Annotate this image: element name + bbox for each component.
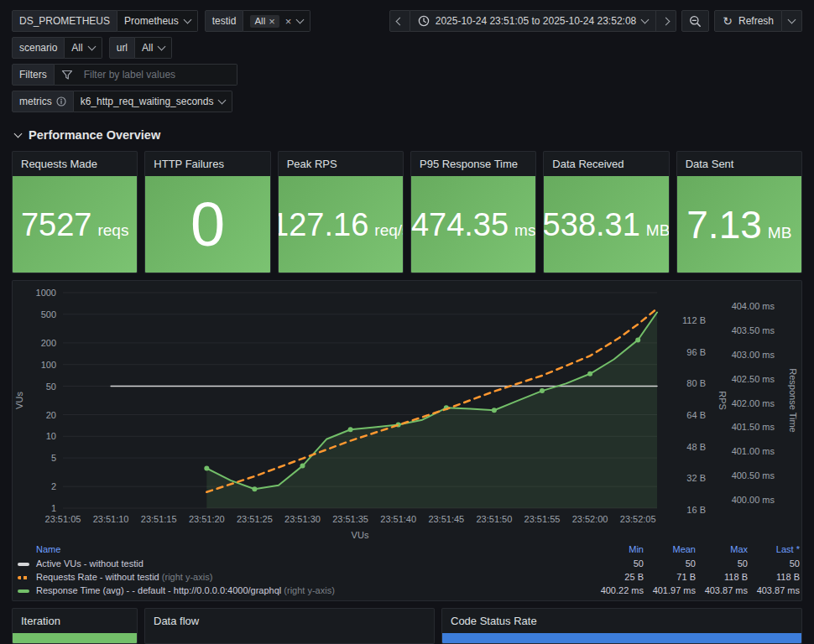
legend-header[interactable]: Max [697,543,749,557]
legend-row: Requests Rate - without testid (right y-… [13,570,801,584]
url-select[interactable]: All [135,37,172,59]
panel-title[interactable]: Iteration [13,609,137,633]
legend-series-response-time[interactable]: Response Time (avg) - - default - http:/… [13,584,593,597]
stat-panel-peak-rps: Peak RPS 127.16req/s [278,151,404,273]
scenario-value: All [71,42,82,54]
info-icon [56,96,66,106]
svg-text:401.00 ms: 401.00 ms [732,446,775,456]
metrics-value: k6_http_req_waiting_seconds [81,96,214,107]
scenario-label: scenario [12,37,65,59]
scenario-select[interactable]: All [65,37,102,59]
legend-last: 403.87 ms [749,584,801,597]
time-shift-back-button[interactable] [389,10,410,32]
svg-text:50: 50 [46,382,56,392]
svg-text:32 B: 32 B [686,473,706,483]
remove-value-icon[interactable]: × [269,16,275,27]
legend-series-name: Requests Rate - without testid [36,572,159,582]
code-status-bar [442,633,801,643]
refresh-label: Refresh [738,15,774,27]
svg-text:5: 5 [51,453,56,463]
datasource-select[interactable]: Prometheus [117,10,198,32]
datasource-label: DS_PROMETHEUS [12,10,117,32]
legend-mean: 401.97 ms [645,584,697,597]
chevron-down-icon [788,16,796,24]
stat-unit: MB [768,224,792,242]
time-shift-forward-button[interactable] [656,10,676,32]
svg-text:23:51:20: 23:51:20 [189,514,225,524]
metrics-row: metrics k6_http_req_waiting_seconds [12,91,802,112]
variables-row: scenario All url All [12,37,802,59]
iteration-panel: Iteration [12,608,138,644]
testid-chip-value: All [254,16,265,26]
stat-value: 0 [190,194,225,256]
svg-text:403.00 ms: 403.00 ms [732,350,775,360]
stat-panel-http-failures: HTTP Failures 0 [144,151,270,273]
url-picker: url All [109,37,173,59]
chevron-left-icon [395,17,404,25]
legend-series-requests-rate[interactable]: Requests Rate - without testid (right y-… [13,570,593,584]
svg-text:404.00 ms: 404.00 ms [732,301,775,311]
legend-header[interactable]: Mean [645,543,697,557]
panel-title[interactable]: Code Status Rate [442,609,801,633]
refresh-interval-button[interactable] [782,10,802,32]
legend-header[interactable]: Last * [749,543,801,557]
stat-unit: MB [646,221,669,240]
refresh-button[interactable]: ↻ Refresh [714,10,782,32]
stat-body: 474.35ms [411,176,535,273]
panel-title[interactable]: P95 Response Time [411,152,535,176]
svg-text:2: 2 [51,481,56,491]
legend-last: 50 [749,557,801,570]
metrics-select[interactable]: k6_http_req_waiting_seconds [74,91,233,112]
legend-header[interactable]: Name [13,543,593,557]
filters-row: Filters [12,64,802,86]
metrics-picker: metrics k6_http_req_waiting_seconds [12,91,232,112]
code-status-rate-panel: Code Status Rate [441,608,802,644]
legend-series-name: Active VUs - without testid [36,558,143,569]
stat-panel-data-received: Data Received 538.31MB [543,151,669,273]
stat-value: 7.13 [686,205,762,244]
legend-max: 50 [697,557,749,570]
panel-title[interactable]: Data Received [544,152,668,176]
testid-select[interactable]: All × × [243,10,310,32]
timeseries-svg[interactable]: 125102050100200500100023:51:0523:51:1023… [13,286,801,541]
legend-max: 118 B [697,570,749,584]
stat-value: 474.35 [411,209,509,241]
panel-title[interactable]: Peak RPS [279,152,403,176]
svg-text:23:51:10: 23:51:10 [93,514,129,524]
panel-title[interactable]: Requests Made [13,152,137,176]
metrics-label-text: metrics [19,96,52,107]
stat-value: 7527 [21,209,92,241]
legend-header[interactable]: Min [593,543,645,557]
filter-field [55,64,237,86]
legend-series-active-vus[interactable]: Active VUs - without testid [13,557,593,570]
filter-input[interactable] [79,65,237,85]
svg-text:80 B: 80 B [686,378,706,388]
legend-series-name: Response Time (avg) - - default - http:/… [36,585,281,595]
svg-text:1: 1 [51,503,56,513]
svg-text:23:51:30: 23:51:30 [284,514,321,524]
svg-text:500: 500 [41,309,56,319]
svg-text:96 B: 96 B [686,347,706,357]
filters-control: Filters [12,64,237,86]
zoom-out-button[interactable] [681,10,709,32]
svg-text:23:52:00: 23:52:00 [572,514,608,524]
svg-text:100: 100 [41,360,56,370]
svg-text:VUs: VUs [14,392,24,409]
section-performance-overview[interactable]: Performance Overview [15,126,802,144]
refresh-group: ↻ Refresh [714,10,802,32]
svg-text:23:51:25: 23:51:25 [237,514,273,524]
time-range-button[interactable]: 2025-10-24 23:51:05 to 2025-10-24 23:52:… [410,10,657,32]
panel-title[interactable]: Data Sent [677,152,801,176]
testid-chip[interactable]: All × [250,15,279,28]
panel-title[interactable]: HTTP Failures [145,152,269,176]
svg-text:401.50 ms: 401.50 ms [732,422,775,432]
legend-min: 25 B [593,570,645,584]
svg-text:403.50 ms: 403.50 ms [732,325,775,335]
svg-text:400.00 ms: 400.00 ms [732,495,775,505]
panel-title[interactable]: Data flow [145,609,434,633]
svg-text:200: 200 [41,338,56,348]
svg-text:Response Time: Response Time [788,368,798,432]
legend-min: 50 [593,557,645,570]
clear-all-icon[interactable]: × [285,16,292,27]
svg-text:402.00 ms: 402.00 ms [732,398,775,408]
